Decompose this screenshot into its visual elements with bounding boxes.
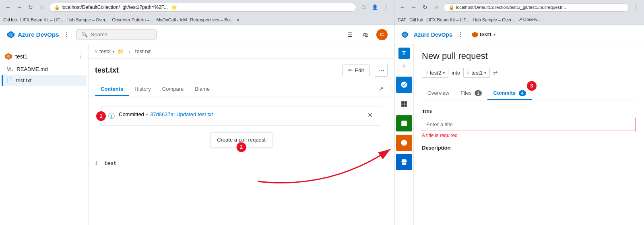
reload-button[interactable]: ↻ xyxy=(26,2,35,12)
project-name: test1 xyxy=(15,53,27,60)
orange-sidebar-icon[interactable] xyxy=(396,135,412,151)
azure-devops-logo-icon xyxy=(6,30,15,39)
menu-button[interactable]: ⋮ xyxy=(381,2,391,12)
from-branch-chevron: ▾ xyxy=(443,71,445,75)
bag-icon[interactable]: 🛍 xyxy=(360,29,372,40)
plus-sidebar-button[interactable]: + xyxy=(398,60,410,72)
to-branch-chevron: ▾ xyxy=(484,71,486,75)
bookmark-github[interactable]: GitHub xyxy=(3,17,17,22)
from-branch-icon: ⑂ xyxy=(425,71,428,75)
commits-tab-wrapper: Commits 4 3 xyxy=(487,86,531,100)
step-badge-2: 2 xyxy=(237,142,246,152)
right-project-selector[interactable]: test1 ▾ xyxy=(472,31,495,38)
pr-page-title: New pull request xyxy=(422,51,636,61)
tab-history[interactable]: History xyxy=(129,82,156,96)
to-branch-icon: ⑂ xyxy=(467,71,470,75)
bookmark-lifx[interactable]: LIFX Beam Kit – LIF... xyxy=(20,17,63,22)
tab-contents[interactable]: Contents xyxy=(95,82,129,96)
right-bookmark-github[interactable]: GitHub xyxy=(409,17,423,22)
repo-sidebar-icon[interactable] xyxy=(396,77,412,93)
expand-icon[interactable]: ↗ xyxy=(375,81,388,96)
search-input[interactable] xyxy=(91,31,151,38)
commit-close-button[interactable]: ✕ xyxy=(366,111,374,119)
blue2-sidebar-icon[interactable] xyxy=(396,154,412,170)
right-app-name[interactable]: Azure DevOps xyxy=(414,31,452,38)
right-bookmark-lifx[interactable]: LIFX Beam Kit – LIF... xyxy=(426,17,469,22)
right-bookmark-observer[interactable]: ↗ Observ... xyxy=(518,17,541,22)
pr-title-input[interactable] xyxy=(422,118,636,131)
right-address-bar[interactable]: 🔒 localhost/DefaultCollection/test1/_git… xyxy=(444,3,629,12)
user-avatar[interactable]: C xyxy=(376,29,388,40)
right-url-text: localhost/DefaultCollection/test1/_git/t… xyxy=(456,5,566,10)
switch-branches-icon[interactable]: ⇄ xyxy=(493,70,498,76)
file-header: test.txt ✏ Edit ⋯ xyxy=(89,59,394,81)
bookmark-hub[interactable]: Hub Sample – Over... xyxy=(66,17,109,22)
pr-tab-commits[interactable]: Commits 4 xyxy=(487,86,531,100)
right-back-button[interactable]: ← xyxy=(398,2,407,12)
tab-blame[interactable]: Blame xyxy=(189,82,215,96)
breadcrumb-file: test.txt xyxy=(135,48,151,54)
file-title: test.txt xyxy=(95,66,337,75)
left-header-dots[interactable]: ⋮ xyxy=(63,31,70,38)
code-line-1: test xyxy=(104,160,117,167)
sidebar-item-testtxt[interactable]: 📄 test.txt xyxy=(2,75,87,86)
list-icon[interactable]: ☰ xyxy=(344,29,355,40)
extensions-button[interactable]: ⬡ xyxy=(359,2,368,12)
left-search-box[interactable]: 🔍 xyxy=(76,29,157,40)
project-menu-dots[interactable]: ⋮ xyxy=(77,52,83,60)
right-icon-sidebar: T + xyxy=(394,44,414,225)
left-app-name[interactable]: Azure DevOps xyxy=(18,31,59,38)
grid-sidebar-icon[interactable] xyxy=(396,96,412,112)
t-sidebar-icon[interactable]: T xyxy=(398,48,410,59)
branch-selector[interactable]: ⑂ test2 ▾ xyxy=(95,48,114,54)
commit-hash-link[interactable]: 37d8637a: Updated test.txt xyxy=(150,111,213,117)
pr-tab-files[interactable]: Files 1 xyxy=(455,86,487,100)
pr-tab-overview[interactable]: Overview xyxy=(422,86,455,100)
pr-tabs: Overview Files 1 Commits 4 3 xyxy=(422,86,636,100)
more-options-button[interactable]: ⋯ xyxy=(375,64,388,77)
bookmark-observer[interactable]: Observer Pattern –... xyxy=(112,17,153,22)
file-view-main: ⑂ test2 ▾ 📁 / test.txt test.txt ✏ E xyxy=(89,44,394,225)
pencil-icon: ✏ xyxy=(348,67,353,73)
bookmark-more[interactable]: » xyxy=(237,17,239,22)
svg-rect-8 xyxy=(401,121,407,126)
branch-chevron: ▾ xyxy=(112,49,114,54)
project-header[interactable]: test1 ⋮ xyxy=(0,49,88,63)
pr-title-label: Title xyxy=(422,108,636,115)
bookmark-myoncall[interactable]: MyOnCall - IcM xyxy=(157,17,187,22)
right-project-chevron: ▾ xyxy=(493,32,495,37)
right-reload-button[interactable]: ↻ xyxy=(420,2,430,12)
home-button[interactable]: ⌂ xyxy=(37,2,47,12)
right-bookmarks-bar: CAT GitHub LIFX Beam Kit – LIF... Hub Sa… xyxy=(394,15,644,25)
right-bookmark-cat[interactable]: CAT xyxy=(398,17,406,22)
from-branch-selector[interactable]: ⑂ test2 ▾ xyxy=(422,68,448,78)
file-breadcrumb: ⑂ test2 ▾ 📁 / test.txt xyxy=(89,44,394,59)
to-branch-selector[interactable]: ⑂ test1 ▾ xyxy=(463,68,490,78)
right-header-dots[interactable]: ⋮ xyxy=(457,31,464,38)
left-address-bar[interactable]: 🔒 localhost/DefaultCollection/_git/test1… xyxy=(49,3,356,12)
left-app-header: Azure DevOps ⋮ 🔍 ☰ 🛍 C xyxy=(0,25,394,44)
pr-error-message: A title is required xyxy=(422,133,636,138)
right-project-icon xyxy=(472,31,478,38)
readme-label: README.md xyxy=(17,66,47,72)
right-main-content: New pull request ⑂ test2 ▾ into ⑂ test1 … xyxy=(414,44,644,225)
left-url-text: localhost/DefaultCollection/_git/test1?p… xyxy=(62,4,168,10)
right-home-button[interactable]: ⌂ xyxy=(431,2,441,12)
back-button[interactable]: ← xyxy=(3,2,13,12)
files-badge: 1 xyxy=(475,90,482,96)
forward-button[interactable]: → xyxy=(14,2,24,12)
tab-compare[interactable]: Compare xyxy=(157,82,189,96)
profile-button[interactable]: 👤 xyxy=(370,2,380,12)
right-bookmark-hub[interactable]: Hub Sample – Over... xyxy=(473,17,515,22)
bookmark-retrospectives[interactable]: Retrospectives – Bo... xyxy=(190,17,233,22)
green-sidebar-icon[interactable] xyxy=(396,115,412,131)
right-menu-button[interactable]: ⋮ xyxy=(631,2,641,12)
edit-button[interactable]: ✏ Edit xyxy=(342,65,370,76)
sidebar-item-readme[interactable]: M↓ README.md xyxy=(2,64,87,75)
commit-text: Committed ⑂ 37d8637a: Updated test.txt xyxy=(119,111,366,117)
right-browser-chrome: ← → ↻ ⌂ 🔒 localhost/DefaultCollection/te… xyxy=(394,0,644,15)
left-browser-chrome: ← → ↻ ⌂ 🔒 localhost/DefaultCollection/_g… xyxy=(0,0,394,15)
pr-description-label: Description xyxy=(422,145,636,151)
right-forward-button[interactable]: → xyxy=(409,2,419,12)
left-sidebar: test1 ⋮ M↓ README.md 📄 test.txt xyxy=(0,44,89,225)
